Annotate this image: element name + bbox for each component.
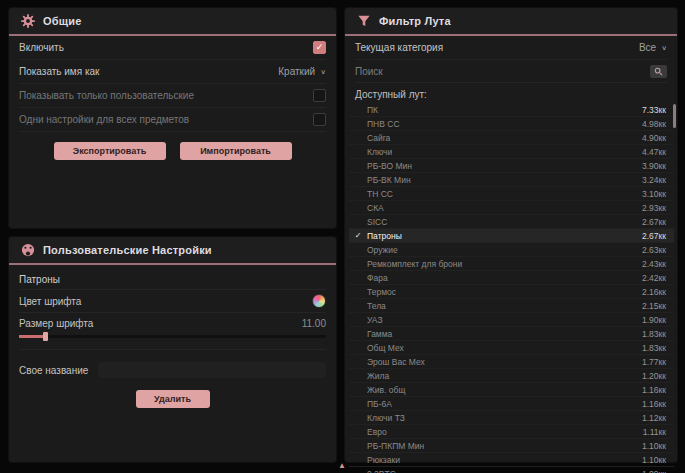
enable-label: Включить <box>19 42 64 53</box>
list-item[interactable]: Тела2.15кк <box>349 299 674 313</box>
list-item[interactable]: Термос2.16кк <box>349 285 674 299</box>
setting-row-same-settings: Одни настройки для всех предметов <box>19 108 326 132</box>
item-price: 7.33кк <box>642 105 666 115</box>
item-name: Оружие <box>367 245 642 255</box>
list-item[interactable]: Ключи ТЗ1.12кк <box>349 411 674 425</box>
list-item[interactable]: РБ-ПКПМ Мин1.10кк <box>349 439 674 453</box>
item-price: 1.77кк <box>642 357 666 367</box>
custom-only-checkbox[interactable] <box>313 89 326 102</box>
font-size-value: 11.00 <box>302 318 326 329</box>
item-name: Жив. общ <box>367 385 642 395</box>
item-name: Фара <box>367 273 642 283</box>
palette-icon <box>21 243 35 257</box>
search-row <box>355 60 667 83</box>
selected-item-name: Патроны <box>19 269 326 290</box>
item-name: Сайга <box>367 133 642 143</box>
loot-filter-panel: Фильтр Лута Текущая категория Все ∨ Дост… <box>344 7 678 463</box>
item-price: 1.83кк <box>642 343 666 353</box>
item-price: 2.42кк <box>642 273 666 283</box>
category-label: Текущая категория <box>355 42 443 53</box>
item-name: ТН СС <box>367 189 642 199</box>
import-button[interactable]: Импортировать <box>180 142 292 160</box>
list-item[interactable]: Жив. общ1.16кк <box>349 383 674 397</box>
custom-name-input[interactable] <box>98 362 326 378</box>
item-name: Тела <box>367 301 642 311</box>
list-item[interactable]: Сайга4.90кк <box>349 131 674 145</box>
item-name: Эрош Вас Мех <box>367 357 642 367</box>
item-price: 1.10кк <box>642 441 666 451</box>
list-item[interactable]: РБ-ВО Мин3.90кк <box>349 159 674 173</box>
font-size-label: Размер шрифта <box>19 318 93 329</box>
enable-checkbox[interactable]: ✓ <box>313 41 326 54</box>
name-mode-label: Показать имя как <box>19 66 99 77</box>
item-name: Рюкзаки <box>367 455 642 465</box>
slider-handle[interactable] <box>43 332 48 341</box>
list-item[interactable]: 0.2BTC1.09кк <box>349 467 674 473</box>
setting-row-custom-only: Показывать только пользовательские <box>19 84 326 108</box>
list-item[interactable]: Фара2.42кк <box>349 271 674 285</box>
list-item[interactable]: Общ Мех1.83кк <box>349 341 674 355</box>
collapse-arrow-icon[interactable]: ▲ <box>338 462 346 470</box>
loot-filter-header: Фильтр Лута <box>345 8 677 36</box>
list-item[interactable]: Жила1.20кк <box>349 369 674 383</box>
custom-settings-panel: Пользовательские Настройки Патроны Цвет … <box>8 236 337 463</box>
list-item[interactable]: РБ-ВК Мин3.24кк <box>349 173 674 187</box>
list-item[interactable]: УАЗ1.90кк <box>349 313 674 327</box>
item-name: РБ-ВК Мин <box>367 175 642 185</box>
setting-row-name-mode: Показать имя как Краткий ∨ <box>19 60 326 84</box>
search-button[interactable] <box>650 65 667 78</box>
list-item[interactable]: Рюкзаки1.10кк <box>349 453 674 467</box>
scrollbar-thumb[interactable] <box>673 104 676 128</box>
list-item[interactable]: ТН СС3.10кк <box>349 187 674 201</box>
name-mode-select[interactable]: Краткий ∨ <box>278 66 326 77</box>
font-color-label: Цвет шрифта <box>19 296 81 307</box>
list-item[interactable]: ПК7.33кк <box>349 103 674 117</box>
category-select[interactable]: Все ∨ <box>639 42 667 53</box>
list-item[interactable]: ✓Патроны2.67кк <box>349 229 674 243</box>
item-price: 2.93кк <box>642 203 666 213</box>
item-price: 1.10кк <box>642 455 666 465</box>
item-price: 1.90кк <box>642 315 666 325</box>
item-price: 3.24кк <box>642 175 666 185</box>
list-item[interactable]: Гамма1.83кк <box>349 327 674 341</box>
item-price: 4.98кк <box>642 119 666 129</box>
list-item[interactable]: Ремкомплект для брони2.43кк <box>349 257 674 271</box>
item-name: УАЗ <box>367 315 642 325</box>
item-price: 1.20кк <box>642 371 666 381</box>
item-name: SICC <box>367 217 642 227</box>
item-name: СКА <box>367 203 642 213</box>
name-mode-value: Краткий <box>278 66 315 77</box>
item-name: РБ-ПКПМ Мин <box>367 441 642 451</box>
item-price: 1.16кк <box>642 385 666 395</box>
item-name: ПК <box>367 105 642 115</box>
item-price: 2.67кк <box>642 217 666 227</box>
item-check-icon: ✓ <box>349 231 367 240</box>
list-item[interactable]: СКА2.93кк <box>349 201 674 215</box>
slider-track <box>19 335 326 338</box>
list-item[interactable]: Оружие2.63кк <box>349 243 674 257</box>
export-button[interactable]: Экспортировать <box>54 142 166 160</box>
custom-settings-header: Пользовательские Настройки <box>9 237 336 265</box>
funnel-icon <box>357 14 371 28</box>
item-price: 4.90кк <box>642 133 666 143</box>
list-item[interactable]: ПБ-6А1.16кк <box>349 397 674 411</box>
list-item[interactable]: Ключи4.47кк <box>349 145 674 159</box>
item-name: ПНВ СС <box>367 119 642 129</box>
item-price: 4.47кк <box>642 147 666 157</box>
delete-button[interactable]: Удалить <box>136 390 210 408</box>
same-settings-checkbox[interactable] <box>313 113 326 126</box>
list-item[interactable]: Евро1.11кк <box>349 425 674 439</box>
list-item[interactable]: SICC2.67кк <box>349 215 674 229</box>
item-price: 2.15кк <box>642 301 666 311</box>
color-picker-icon[interactable] <box>312 294 326 308</box>
category-value: Все <box>639 42 656 53</box>
item-name: Ключи ТЗ <box>367 413 642 423</box>
font-size-slider[interactable] <box>19 332 326 341</box>
item-price: 3.10кк <box>642 189 666 199</box>
item-price: 2.43кк <box>642 259 666 269</box>
item-name: 0.2BTC <box>367 469 642 473</box>
search-input[interactable] <box>355 66 650 77</box>
list-item[interactable]: Эрош Вас Мех1.77кк <box>349 355 674 369</box>
list-item[interactable]: ПНВ СС4.98кк <box>349 117 674 131</box>
item-name: Ключи <box>367 147 642 157</box>
